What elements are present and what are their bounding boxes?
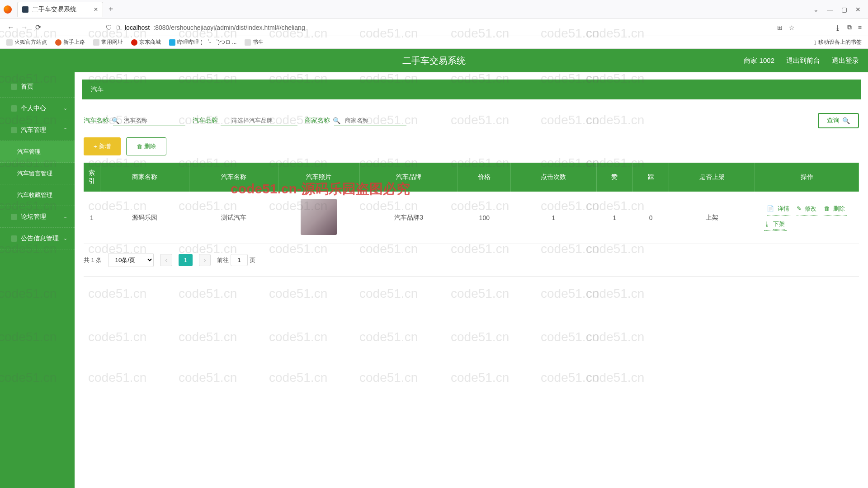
th-photo: 汽车照片 <box>278 163 359 192</box>
sidebar-item-forum[interactable]: 论坛管理⌄ <box>0 206 75 228</box>
sidebar: 首页 个人中心⌄ 汽车管理⌃ 汽车管理 汽车留言管理 汽车收藏管理 论坛管理⌄ … <box>0 72 75 488</box>
bookmark-item[interactable]: 哔哩哔哩 ( ゜- ゜)つロ ... <box>169 38 236 46</box>
op-detail-link[interactable]: 📄 详情 <box>767 205 791 216</box>
search-icon: 🔍 <box>333 117 340 124</box>
page-title: 二手车交易系统 <box>402 55 466 67</box>
filter-name-label: 汽车名称 <box>84 117 109 125</box>
query-button[interactable]: 查询🔍 <box>818 113 859 128</box>
cell-like: 1 <box>596 192 632 244</box>
filter-name-input[interactable] <box>113 115 185 126</box>
th-dislike: 踩 <box>633 163 669 192</box>
sidebar-item-profile[interactable]: 个人中心⌄ <box>0 98 75 119</box>
sidebar-item-car-manage[interactable]: 汽车管理⌃ <box>0 119 75 141</box>
bookmark-item[interactable]: 新手上路 <box>55 38 85 46</box>
filter-seller-label: 商家名称 <box>305 117 330 125</box>
cell-index: 1 <box>84 192 100 244</box>
cell-onshelf: 上架 <box>669 192 755 244</box>
qr-icon[interactable]: ⊞ <box>777 24 783 31</box>
shield-icon[interactable]: 🛡 <box>106 24 112 31</box>
bookmark-item[interactable]: 京东商城 <box>131 38 161 46</box>
url-path: :8080/ershouchejiaoyi/admin/dist/index.h… <box>153 24 305 31</box>
chevron-down-icon: ⌄ <box>63 105 67 111</box>
lock-icon[interactable]: 🗋 <box>116 24 121 31</box>
bookmark-item[interactable]: 火狐官方站点 <box>6 38 47 46</box>
chevron-down-icon: ⌄ <box>63 214 67 220</box>
th-brand: 汽车品牌 <box>359 163 458 192</box>
th-name: 汽车名称 <box>189 163 278 192</box>
cell-dislike: 0 <box>633 192 669 244</box>
th-onshelf: 是否上架 <box>669 163 755 192</box>
filter-seller-input[interactable] <box>334 115 406 126</box>
page-jump-input[interactable] <box>231 254 248 266</box>
list-all-tabs-icon[interactable]: ⌄ <box>813 6 819 13</box>
sidebar-item-car-msg[interactable]: 汽车留言管理 <box>0 163 75 184</box>
table-row: 1 源码乐园 测试汽车 汽车品牌3 100 1 1 0 上架 📄 详情 ✎ 修改… <box>84 192 859 244</box>
pagination: 共 1 条 10条/页 ‹ 1 › 前往 页 <box>84 253 859 267</box>
logout-front-link[interactable]: 退出到前台 <box>786 56 820 65</box>
filter-brand-select[interactable] <box>221 115 297 126</box>
back-icon[interactable]: ← <box>6 23 15 32</box>
tab-title: 二手车交易系统 <box>32 5 76 14</box>
plus-icon: + <box>94 143 97 150</box>
th-price: 价格 <box>458 163 511 192</box>
sidebar-item-home[interactable]: 首页 <box>0 76 75 98</box>
cell-brand: 汽车品牌3 <box>359 192 458 244</box>
th-seller: 商家名称 <box>100 163 189 192</box>
data-table: 索引 商家名称 汽车名称 汽车照片 汽车品牌 价格 点击次数 赞 踩 是否上架 … <box>84 163 859 244</box>
delete-button[interactable]: 🗑删除 <box>126 137 166 155</box>
chevron-up-icon: ⌃ <box>63 127 67 133</box>
op-unshelf-link[interactable]: ⭳ 下架 <box>764 220 787 231</box>
sidebar-item-car-list[interactable]: 汽车管理 <box>0 141 75 163</box>
extensions-icon[interactable]: ⧉ <box>847 23 852 31</box>
add-button[interactable]: +新增 <box>84 137 121 155</box>
filter-brand-label: 汽车品牌 <box>193 117 218 125</box>
search-icon: 🔍 <box>112 117 119 124</box>
op-edit-link[interactable]: ✎ 修改 <box>797 205 819 216</box>
browser-tab[interactable]: 二手车交易系统 ✕ <box>17 2 103 17</box>
address-bar[interactable]: 🛡 🗋 localhost:8080/ershouchejiaoyi/admin… <box>106 24 576 31</box>
bookmark-item[interactable]: 常用网址 <box>93 38 123 46</box>
search-icon: 🔍 <box>842 117 850 124</box>
trash-icon: 🗑 <box>137 143 142 150</box>
cell-clicks: 1 <box>511 192 596 244</box>
tab-close-icon[interactable]: ✕ <box>94 6 98 13</box>
page-prev-button[interactable]: ‹ <box>160 254 172 266</box>
th-like: 赞 <box>596 163 632 192</box>
cell-photo <box>278 192 359 244</box>
page-jump-suffix: 页 <box>250 257 255 263</box>
app-menu-icon[interactable]: ≡ <box>858 24 862 31</box>
th-index: 索引 <box>84 163 100 192</box>
bookmark-star-icon[interactable]: ☆ <box>789 24 795 31</box>
maximize-icon[interactable]: ▢ <box>841 6 847 13</box>
page-jump-label: 前往 <box>217 257 229 263</box>
page-next-button[interactable]: › <box>199 254 211 266</box>
firefox-icon <box>4 5 12 14</box>
bookmark-item[interactable]: 书生 <box>245 38 264 46</box>
cell-ops: 📄 详情 ✎ 修改 🗑 删除 ⭳ 下架 <box>755 192 859 244</box>
car-photo-thumb[interactable] <box>301 199 337 235</box>
new-tab-button[interactable]: + <box>108 5 113 14</box>
op-delete-link[interactable]: 🗑 删除 <box>824 205 847 216</box>
sidebar-item-car-fav[interactable]: 汽车收藏管理 <box>0 184 75 206</box>
breadcrumb: 汽车 <box>82 80 861 99</box>
page-current[interactable]: 1 <box>179 254 193 266</box>
logout-system-link[interactable]: 退出登录 <box>832 56 859 65</box>
site-favicon <box>22 6 28 13</box>
forward-icon: → <box>20 23 29 32</box>
mobile-bookmarks[interactable]: ▯移动设备上的书签 <box>813 38 862 46</box>
cell-name: 测试汽车 <box>189 192 278 244</box>
th-ops: 操作 <box>755 163 859 192</box>
user-label[interactable]: 商家 1002 <box>744 56 774 65</box>
cell-seller: 源码乐园 <box>100 192 189 244</box>
page-size-select[interactable]: 10条/页 <box>108 253 154 267</box>
url-host: localhost <box>125 24 150 31</box>
sidebar-item-notice[interactable]: 公告信息管理⌄ <box>0 228 75 249</box>
cell-price: 100 <box>458 192 511 244</box>
minimize-icon[interactable]: — <box>827 6 833 13</box>
reload-icon[interactable]: ⟳ <box>33 23 42 32</box>
close-window-icon[interactable]: ✕ <box>855 6 861 13</box>
chevron-down-icon: ⌄ <box>63 235 67 241</box>
download-icon[interactable]: ⭳ <box>835 24 841 31</box>
th-clicks: 点击次数 <box>511 163 596 192</box>
page-total: 共 1 条 <box>84 256 102 264</box>
